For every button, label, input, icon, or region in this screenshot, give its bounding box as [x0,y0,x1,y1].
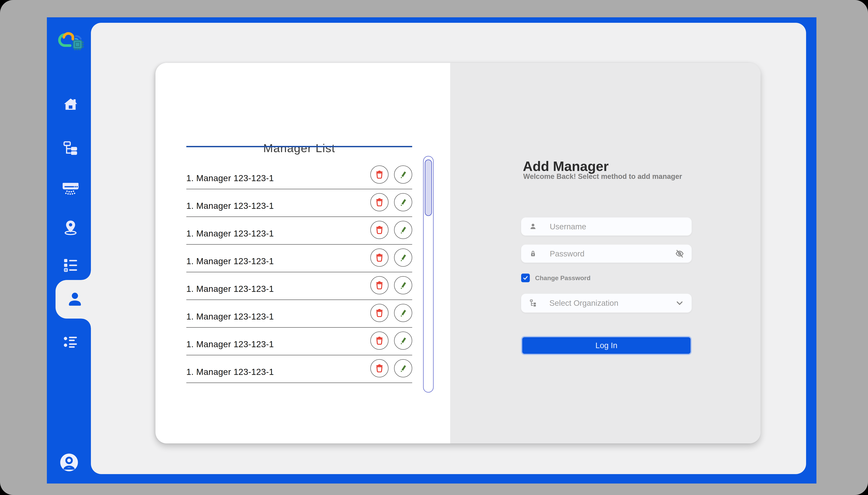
sidebar-item-logs[interactable] [62,334,79,351]
pencil-icon [398,335,408,346]
row-actions [370,276,412,294]
password-input[interactable] [549,244,667,263]
delete-manager-button[interactable] [370,331,388,349]
edit-manager-button[interactable] [394,221,412,239]
user-avatar[interactable] [60,454,78,471]
lock-icon [529,249,537,258]
trash-icon [374,307,385,318]
chevron-down-icon [675,298,685,308]
manager-row-label: 1. Manager 123-123-1 [186,306,274,322]
change-password-label: Change Password [535,274,590,282]
delete-manager-button[interactable] [370,166,388,184]
change-password-checkbox[interactable] [521,274,530,282]
sidebar-item-locations[interactable] [62,219,79,237]
delete-manager-button[interactable] [370,359,388,377]
change-password-row: Change Password [521,273,590,283]
delete-manager-button[interactable] [370,304,388,322]
username-input[interactable] [549,218,667,236]
location-pin-icon [62,219,79,237]
table-row: 1. Manager 123-123-1 [186,189,412,217]
table-row: 1. Manager 123-123-1 [186,161,412,189]
trash-icon [374,197,385,207]
pencil-icon [398,307,408,318]
pencil-icon [398,252,408,263]
account-circle-icon [60,468,78,472]
trash-icon [374,335,385,346]
pencil-icon [398,169,408,180]
table-row: 1. Manager 123-123-1 [186,355,412,383]
sitemap-icon [62,140,79,158]
row-actions [370,193,412,211]
pencil-icon [398,363,408,374]
active-tab-bottom-fillet [82,319,91,328]
person-icon [64,290,84,309]
delete-manager-button[interactable] [370,193,388,211]
sidebar-item-organization[interactable] [62,140,79,157]
sidebar-item-ac-units[interactable] [62,180,79,197]
table-row: 1. Manager 123-123-1 [186,272,412,300]
row-actions [370,221,412,239]
table-row: 1. Manager 123-123-1 [186,328,412,355]
eye-off-icon [675,249,685,258]
trash-icon [374,252,385,263]
delete-manager-button[interactable] [370,249,388,267]
select-organization-value: Select Organization [549,298,618,308]
cloud-chip-logo [55,29,85,51]
desktop-background: Manager Management Manager List 1. Manag… [0,0,868,495]
manager-row-label: 1. Manager 123-123-1 [186,167,274,183]
trash-icon [374,169,385,180]
manager-row-label: 1. Manager 123-123-1 [186,223,274,239]
trash-icon [374,280,385,291]
add-manager-title: Add Manager [523,158,609,174]
home-icon [62,97,79,115]
edit-manager-button[interactable] [394,193,412,211]
manager-card: Manager List 1. Manager 123-123-1 [156,63,761,443]
edit-manager-button[interactable] [394,249,412,267]
check-icon [522,275,529,281]
log-in-button[interactable]: Log In [521,336,692,355]
edit-manager-button[interactable] [394,276,412,294]
trash-icon [374,363,385,374]
edit-manager-button[interactable] [394,304,412,322]
manager-row-label: 1. Manager 123-123-1 [186,334,274,349]
delete-manager-button[interactable] [370,221,388,239]
password-field[interactable] [521,244,692,263]
ac-unit-icon [62,179,79,197]
toggle-password-visibility-button[interactable] [675,249,685,258]
select-organization-dropdown[interactable]: Select Organization [521,294,692,312]
person-icon [529,222,537,231]
add-manager-panel: Add Manager Welcome Back! Select method … [450,63,761,443]
row-actions [370,249,412,267]
pencil-icon [398,280,408,291]
manager-row-label: 1. Manager 123-123-1 [186,361,274,377]
scrollbar-thumb[interactable] [425,159,432,216]
sidebar-item-tasks[interactable] [62,257,79,274]
row-actions [370,166,412,184]
edit-manager-button[interactable] [394,166,412,184]
trash-icon [374,224,385,235]
bulleted-list-icon [62,334,79,352]
table-row: 1. Manager 123-123-1 [186,300,412,328]
row-actions [370,359,412,377]
sidebar-item-home[interactable] [62,97,79,114]
row-actions [370,304,412,322]
manager-list-underline [186,146,412,147]
edit-manager-button[interactable] [394,331,412,349]
table-row: 1. Manager 123-123-1 [186,244,412,272]
manager-row-label: 1. Manager 123-123-1 [186,278,274,294]
username-field[interactable] [521,218,692,236]
active-tab-top-fillet [82,271,91,280]
task-list-icon [62,256,79,274]
delete-manager-button[interactable] [370,276,388,294]
add-manager-subtitle: Welcome Back! Select method to add manag… [523,172,682,181]
row-actions [370,331,412,349]
pencil-icon [398,224,408,235]
manager-list-scrollbar[interactable] [423,156,433,393]
main-content: Manager Management Manager List 1. Manag… [91,23,806,474]
manager-list-panel: Manager List 1. Manager 123-123-1 [156,63,450,443]
manager-row-label: 1. Manager 123-123-1 [186,195,274,211]
pencil-icon [398,197,408,207]
sidebar-item-managers[interactable] [55,280,93,319]
edit-manager-button[interactable] [394,359,412,377]
manager-row-label: 1. Manager 123-123-1 [186,251,274,266]
